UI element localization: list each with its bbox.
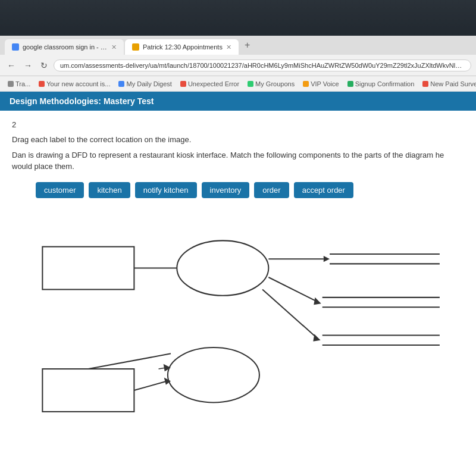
bookmark-digest-favicon	[118, 81, 124, 87]
bookmark-vip[interactable]: VIP Voice	[300, 79, 342, 89]
bookmark-tra-label: Tra...	[15, 80, 30, 87]
tab-1-favicon	[12, 43, 19, 51]
tab-1-label: google classroom sign in - Yaho...	[23, 43, 108, 51]
page-content: Design Methodologies: Mastery Test 2 Dra…	[0, 92, 476, 476]
bookmark-error-label: Unexpected Error	[188, 80, 239, 87]
svg-line-10	[262, 289, 317, 338]
bookmark-signup[interactable]: Signup Confirmation	[345, 79, 418, 89]
tab-2[interactable]: Patrick 12:30 Appointments ✕	[125, 39, 239, 55]
tab-2-favicon	[132, 43, 139, 51]
tab-1-close[interactable]: ✕	[111, 43, 117, 51]
svg-line-14	[88, 353, 171, 369]
new-tab-button[interactable]: +	[240, 37, 255, 53]
question-area: 2 Drag each label to the correct locatio…	[0, 111, 476, 452]
bookmark-signup-favicon	[347, 81, 353, 87]
bookmark-tra-favicon	[8, 81, 14, 87]
tab-2-close[interactable]: ✕	[226, 43, 231, 51]
tab-bar: google classroom sign in - Yaho... ✕ Pat…	[0, 36, 476, 55]
tab-2-label: Patrick 12:30 Appointments	[143, 43, 223, 51]
label-kitchen[interactable]: kitchen	[89, 182, 130, 198]
bookmark-digest-label: My Daily Digest	[126, 80, 171, 87]
tab-1[interactable]: google classroom sign in - Yaho... ✕	[5, 39, 124, 55]
process-oval-bottom	[168, 347, 259, 402]
entity-rect-top	[42, 246, 134, 289]
bookmark-survey-label: New Paid Survey ab	[430, 80, 476, 87]
process-oval-top	[177, 240, 268, 295]
bookmark-vip-label: VIP Voice	[311, 80, 339, 87]
app-header: Design Methodologies: Mastery Test	[0, 92, 476, 111]
bookmark-groupons-label: My Groupons	[255, 80, 295, 87]
svg-line-6	[268, 277, 317, 301]
bookmark-digest[interactable]: My Daily Digest	[115, 79, 174, 89]
instruction-text: Drag each label to the correct location …	[12, 134, 464, 146]
bookmark-vip-favicon	[303, 81, 309, 87]
bookmark-account[interactable]: Your new account is...	[36, 79, 113, 89]
bookmarks-bar: Tra... Your new account is... My Daily D…	[0, 76, 476, 92]
dfd-diagram	[24, 210, 452, 436]
bookmark-tra[interactable]: Tra...	[5, 79, 33, 89]
app-header-title: Design Methodologies: Mastery Test	[10, 96, 154, 106]
entity-rect-bottom	[42, 369, 134, 412]
label-customer[interactable]: customer	[36, 182, 84, 198]
forward-button[interactable]: →	[21, 60, 35, 71]
svg-marker-3	[324, 256, 330, 262]
desktop-bar	[0, 0, 476, 36]
svg-marker-11	[313, 334, 320, 341]
label-inventory[interactable]: inventory	[202, 182, 250, 198]
question-number: 2	[12, 120, 464, 129]
bookmark-account-label: Your new account is...	[46, 80, 110, 87]
bookmark-groupons-favicon	[248, 81, 253, 87]
bookmark-groupons[interactable]: My Groupons	[245, 79, 298, 89]
back-button[interactable]: ←	[5, 60, 18, 71]
svg-line-17	[134, 381, 167, 390]
bookmark-survey-favicon	[422, 81, 428, 87]
browser: google classroom sign in - Yaho... ✕ Pat…	[0, 36, 476, 476]
url-box[interactable]: um.com/assessments-delivery/ua/mt/launch…	[54, 60, 471, 71]
label-accept-order[interactable]: accept order	[294, 182, 353, 198]
question-description: Dan is drawing a DFD to represent a rest…	[12, 149, 464, 173]
label-notify-kitchen[interactable]: notify kitchen	[135, 182, 197, 198]
label-order[interactable]: order	[254, 182, 289, 198]
svg-marker-7	[314, 297, 321, 304]
address-bar: ← → ↻ um.com/assessments-delivery/ua/mt/…	[0, 55, 476, 76]
bookmark-error-favicon	[180, 81, 186, 87]
refresh-button[interactable]: ↻	[38, 60, 50, 71]
labels-row: customer kitchen notify kitchen inventor…	[36, 182, 464, 198]
bookmark-signup-label: Signup Confirmation	[355, 80, 415, 87]
bookmark-survey[interactable]: New Paid Survey ab	[419, 79, 476, 89]
bookmark-account-favicon	[39, 81, 45, 87]
bookmark-error[interactable]: Unexpected Error	[177, 79, 242, 89]
